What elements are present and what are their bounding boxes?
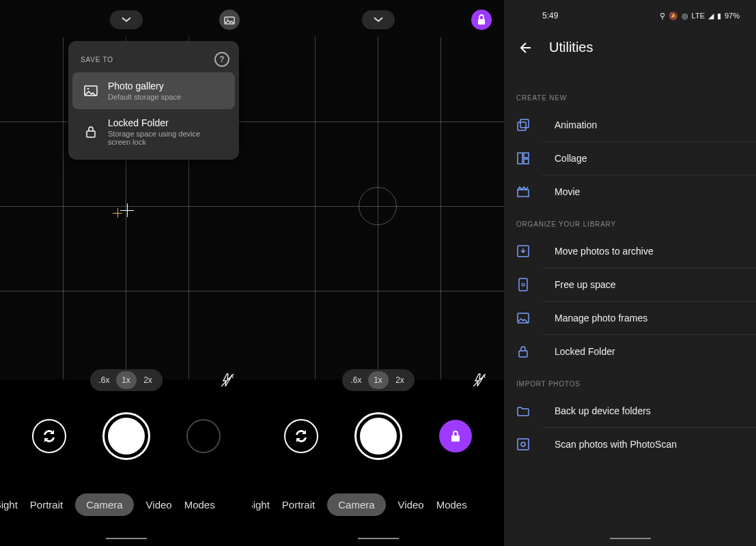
mode-video[interactable]: Video [146, 499, 172, 511]
item-label: Manage photo frames [555, 313, 647, 324]
mode-night-sight[interactable]: it Sight [252, 499, 270, 511]
scan-icon [516, 437, 530, 451]
svg-text:A: A [482, 374, 486, 379]
item-animation[interactable]: Animation [542, 109, 756, 142]
zoom-2x[interactable]: 2x [138, 371, 158, 389]
level-crosshair [120, 203, 134, 217]
mode-portrait[interactable]: Portrait [282, 499, 315, 511]
battery-percent: 97% [725, 12, 740, 20]
grid-line [378, 37, 378, 414]
phone-icon [516, 278, 530, 291]
mode-modes[interactable]: Modes [184, 499, 215, 511]
camera-bottom: .6x 1x 2x A it Sight Portrait Camera Vid… [252, 379, 504, 546]
mode-portrait[interactable]: Portrait [30, 499, 63, 511]
status-icons: ⚲ 🔕 ◎ LTE ◢ ▮ 97% [660, 12, 740, 20]
item-label: Animation [555, 119, 597, 130]
animation-icon [516, 118, 530, 132]
locked-folder-button[interactable] [471, 10, 492, 30]
item-label: Movie [555, 186, 580, 197]
svg-point-21 [521, 442, 525, 446]
popup-header: SAVE TO [81, 56, 113, 63]
switch-camera-button[interactable] [32, 419, 66, 453]
item-label: Locked Folder [555, 346, 615, 357]
mode-camera[interactable]: Camera [75, 493, 133, 516]
grid-line [315, 37, 316, 414]
camera-topbar [252, 8, 504, 31]
save-option-locked[interactable]: Locked Folder Storage space using device… [72, 109, 235, 154]
mode-night-sight[interactable]: it Sight [0, 499, 18, 511]
mode-camera[interactable]: Camera [327, 493, 385, 516]
grid-line [63, 37, 64, 414]
switch-camera-button[interactable] [284, 419, 318, 453]
nav-handle[interactable] [610, 538, 651, 539]
mode-modes[interactable]: Modes [436, 499, 467, 511]
svg-point-1 [227, 18, 228, 20]
status-bar: 5:49 ⚲ 🔕 ◎ LTE ◢ ▮ 97% [504, 11, 756, 20]
help-icon[interactable]: ? [214, 52, 229, 67]
zoom-0.6x[interactable]: .6x [94, 371, 115, 389]
nav-handle[interactable] [106, 538, 147, 539]
option-subtitle: Default storage space [108, 93, 224, 101]
item-movie[interactable]: Movie [542, 175, 756, 208]
svg-rect-14 [518, 190, 529, 197]
dnd-icon: 🔕 [669, 12, 678, 20]
flash-toggle[interactable]: A [216, 369, 238, 391]
gallery-save-button[interactable] [219, 10, 240, 30]
zoom-0.6x[interactable]: .6x [346, 371, 367, 389]
item-photoscan[interactable]: Scan photos with PhotoScan [542, 428, 756, 461]
svg-rect-12 [524, 153, 529, 158]
image-icon [83, 85, 98, 96]
focus-ring [359, 187, 397, 225]
shutter-button[interactable] [102, 412, 150, 460]
item-label: Move photos to archive [555, 246, 654, 257]
svg-rect-16 [519, 278, 527, 291]
vpn-icon: ⚲ [660, 12, 665, 20]
item-freeup[interactable]: Free up space [542, 268, 756, 302]
item-backup[interactable]: Back up device folders [542, 394, 756, 428]
grid-line [252, 291, 504, 291]
grid-line [0, 291, 252, 291]
item-label: Scan photos with PhotoScan [555, 439, 677, 450]
nav-handle[interactable] [358, 538, 399, 539]
option-title: Locked Folder [108, 117, 224, 128]
flash-toggle[interactable]: A [468, 369, 490, 391]
section-header-organize: ORGANIZE YOUR LIBRARY [504, 208, 756, 235]
level-target [113, 208, 122, 218]
lock-icon [83, 126, 98, 138]
viewfinder[interactable] [252, 0, 504, 414]
archive-icon [516, 244, 530, 258]
svg-rect-6 [478, 19, 485, 25]
item-archive[interactable]: Move photos to archive [542, 235, 756, 268]
zoom-2x[interactable]: 2x [390, 371, 410, 389]
mode-video[interactable]: Video [398, 499, 424, 511]
item-locked-folder[interactable]: Locked Folder [542, 335, 756, 368]
shutter-button[interactable] [354, 412, 402, 460]
item-label: Free up space [555, 279, 616, 290]
locked-preview-button[interactable] [439, 420, 472, 452]
item-collage[interactable]: Collage [542, 142, 756, 175]
settings-dropdown[interactable] [362, 10, 395, 29]
section-header-create: CREATE NEW [504, 82, 756, 109]
zoom-1x[interactable]: 1x [368, 371, 389, 389]
section-header-import: IMPORT PHOTOS [504, 368, 756, 394]
grid-line [440, 37, 441, 414]
page-title: Utilities [549, 40, 593, 55]
svg-text:A: A [230, 374, 234, 379]
item-label: Back up device folders [555, 405, 651, 416]
hotspot-icon: ◎ [682, 12, 688, 20]
zoom-selector[interactable]: .6x 1x 2x [90, 369, 163, 391]
preview-thumbnail[interactable] [186, 419, 221, 453]
settings-dropdown[interactable] [110, 10, 143, 29]
zoom-1x[interactable]: 1x [116, 371, 137, 389]
zoom-selector[interactable]: .6x 1x 2x [342, 369, 415, 391]
item-frames[interactable]: Manage photo frames [542, 302, 756, 335]
camera-bottom: .6x 1x 2x A it Sight Portrait Camera Vid… [0, 379, 252, 546]
movie-icon [516, 185, 530, 199]
save-option-gallery[interactable]: Photo gallery Default storage space [72, 72, 235, 109]
svg-rect-20 [518, 439, 529, 450]
signal-icon: ◢ [708, 12, 714, 20]
save-to-popup: SAVE TO ? Photo gallery Default storage … [68, 41, 239, 160]
svg-rect-8 [451, 435, 460, 442]
back-button[interactable] [518, 40, 533, 55]
svg-point-17 [522, 283, 524, 286]
